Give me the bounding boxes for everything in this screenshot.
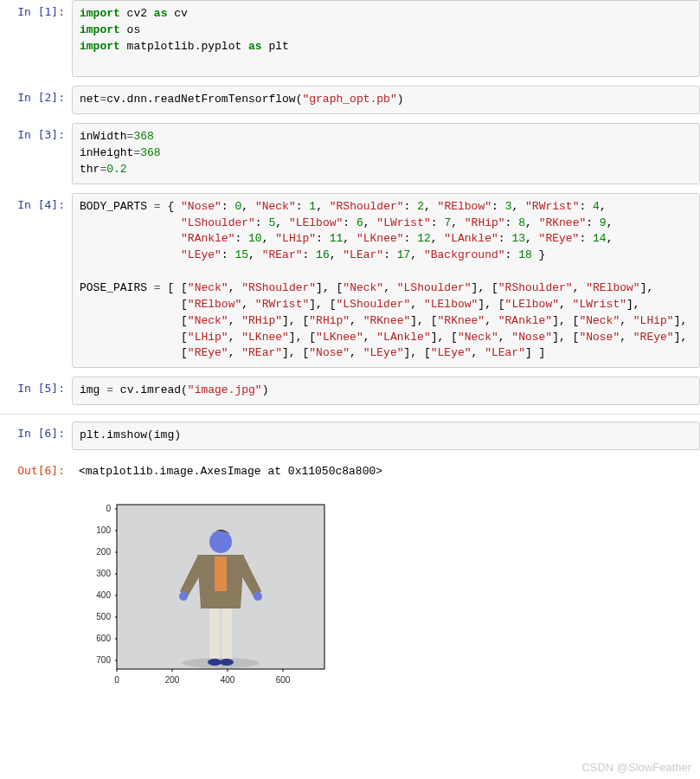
y-tick-label: 400	[96, 590, 111, 600]
cell-in-2: In [2]: net=cv.dnn.readNetFromTensorflow…	[0, 86, 700, 114]
svg-rect-1	[222, 607, 232, 659]
svg-point-3	[220, 659, 234, 666]
code-input-3[interactable]: inWidth=368 inHeight=368 thr=0.2	[72, 123, 700, 184]
svg-rect-4	[215, 557, 227, 591]
x-tick-label: 600	[276, 675, 291, 685]
y-tick-label: 700	[96, 655, 111, 665]
prompt-in-2: In [2]:	[0, 86, 72, 114]
cell-in-6: In [6]: plt.imshow(img)	[0, 422, 700, 450]
prompt-out-6: Out[6]:	[0, 459, 72, 486]
cell-in-3: In [3]: inWidth=368 inHeight=368 thr=0.2	[0, 123, 700, 184]
code-input-5[interactable]: img = cv.imread("image.jpg")	[72, 377, 700, 405]
x-tick-label: 400	[221, 675, 235, 685]
svg-point-5	[179, 592, 188, 601]
output-text-6: <matplotlib.image.AxesImage at 0x11050c8…	[72, 459, 700, 486]
cell-in-4: In [4]: BODY_PARTS = { "Nose": 0, "Neck"…	[0, 193, 700, 368]
prompt-in-3: In [3]:	[0, 123, 72, 184]
cell-out-6: Out[6]: <matplotlib.image.AxesImage at 0…	[0, 459, 700, 486]
prompt-in-4: In [4]:	[0, 193, 72, 368]
y-tick-label: 200	[96, 547, 111, 557]
svg-point-7	[209, 531, 232, 553]
code-input-2[interactable]: net=cv.dnn.readNetFromTensorflow("graph_…	[72, 86, 700, 114]
cell-in-1: In [1]: import cv2 as cv import os impor…	[0, 0, 700, 77]
code-input-4[interactable]: BODY_PARTS = { "Nose": 0, "Neck": 1, "RS…	[72, 193, 700, 368]
y-axis: 0 100 200 300 400 500 600 700	[96, 504, 111, 665]
y-tick-label: 100	[96, 525, 111, 535]
y-tick-label: 300	[96, 569, 111, 578]
prompt-in-1: In [1]:	[0, 0, 72, 77]
x-axis: 0 200 400 600	[114, 675, 291, 685]
x-tick-label: 0	[114, 675, 119, 685]
y-tick-label: 500	[96, 612, 111, 621]
cell-separator	[0, 414, 700, 415]
code-input-6[interactable]: plt.imshow(img)	[72, 422, 700, 450]
y-tick-label: 600	[96, 634, 111, 643]
svg-rect-0	[209, 607, 220, 659]
prompt-in-5: In [5]:	[0, 377, 72, 405]
matplotlib-plot: 0 100 200 300 400 500 600 700	[87, 494, 700, 705]
prompt-in-6: In [6]:	[0, 422, 72, 450]
y-tick-label: 0	[106, 504, 111, 513]
plot-svg: 0 100 200 300 400 500 600 700	[87, 494, 346, 702]
svg-point-6	[254, 592, 262, 601]
code-input-1[interactable]: import cv2 as cv import os import matplo…	[72, 0, 700, 77]
svg-point-2	[208, 659, 222, 666]
x-tick-label: 200	[165, 675, 180, 685]
cell-in-5: In [5]: img = cv.imread("image.jpg")	[0, 377, 700, 405]
